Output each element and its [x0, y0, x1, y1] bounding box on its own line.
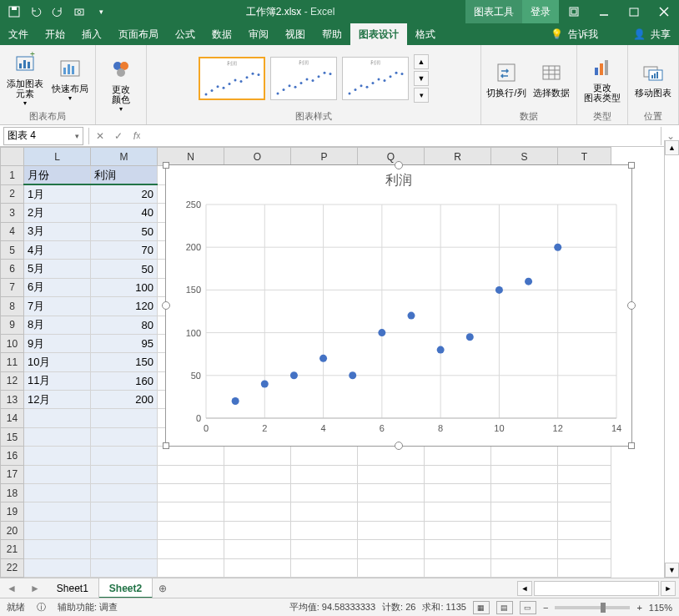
data-point[interactable]: [232, 397, 239, 405]
row-header[interactable]: 8: [1, 297, 24, 316]
cell[interactable]: 160: [91, 371, 158, 390]
sheet-tab[interactable]: Sheet1: [47, 578, 99, 598]
cancel-icon[interactable]: ✕: [91, 127, 109, 145]
add-chart-element-button[interactable]: + 添加图表 元素▾: [5, 50, 45, 108]
new-sheet-button[interactable]: ⊕: [153, 583, 173, 594]
cell[interactable]: [24, 484, 91, 502]
ribbon-tab-文件[interactable]: 文件: [0, 23, 37, 45]
row-header[interactable]: 6: [1, 260, 24, 278]
fx-icon[interactable]: fx: [128, 127, 146, 145]
chart-plot-area[interactable]: 05010015020025002468101214: [166, 196, 633, 443]
chart-title[interactable]: 利润: [166, 165, 631, 196]
cell[interactable]: [425, 484, 491, 502]
cell[interactable]: [91, 502, 158, 521]
cell[interactable]: [558, 540, 611, 558]
cell[interactable]: [158, 502, 224, 521]
cell[interactable]: [224, 521, 291, 539]
resize-handle[interactable]: [162, 301, 170, 310]
column-header[interactable]: M: [91, 148, 158, 166]
zoom-slider[interactable]: [555, 606, 630, 609]
resize-handle[interactable]: [628, 162, 635, 169]
styles-more-icon[interactable]: ▾: [414, 88, 429, 103]
cell[interactable]: 100: [91, 278, 158, 296]
row-header[interactable]: 12: [1, 371, 24, 390]
cell[interactable]: 7月: [24, 297, 91, 316]
camera-icon[interactable]: [70, 3, 88, 21]
ribbon-tab-数据[interactable]: 数据: [204, 23, 240, 45]
resize-handle[interactable]: [163, 442, 169, 449]
cell[interactable]: [91, 465, 158, 483]
styles-up-icon[interactable]: ▲: [414, 54, 429, 69]
cell[interactable]: 50: [91, 260, 158, 278]
cell[interactable]: 月份: [24, 166, 91, 184]
row-header[interactable]: 16: [1, 447, 24, 465]
minimize-icon[interactable]: [589, 0, 619, 23]
cell[interactable]: 70: [91, 240, 158, 259]
cell[interactable]: [291, 558, 358, 577]
column-header[interactable]: S: [491, 148, 558, 166]
tell-me-button[interactable]: 告诉我: [568, 28, 598, 42]
cell[interactable]: [24, 521, 91, 539]
cell[interactable]: 95: [91, 334, 158, 352]
cell[interactable]: 12月: [24, 391, 91, 409]
cell[interactable]: 50: [91, 222, 158, 240]
row-header[interactable]: 20: [1, 521, 24, 539]
cell[interactable]: 80: [91, 316, 158, 334]
ribbon-tab-公式[interactable]: 公式: [167, 23, 204, 45]
change-colors-button[interactable]: 更改 颜色▾: [101, 56, 141, 114]
maximize-icon[interactable]: [619, 0, 649, 23]
enter-icon[interactable]: ✓: [109, 127, 128, 145]
row-header[interactable]: 22: [1, 558, 24, 577]
cell[interactable]: [224, 502, 291, 521]
select-all-cell[interactable]: [1, 148, 24, 166]
qat-more-icon[interactable]: ▾: [92, 3, 110, 21]
cell[interactable]: [358, 502, 425, 521]
data-point[interactable]: [466, 333, 474, 341]
cell[interactable]: 10月: [24, 353, 91, 371]
cell[interactable]: [291, 521, 358, 539]
name-box[interactable]: 图表 4▾: [3, 127, 83, 145]
row-header[interactable]: 10: [1, 334, 24, 352]
row-header[interactable]: 18: [1, 484, 24, 502]
cell[interactable]: [358, 521, 425, 539]
cell[interactable]: [291, 484, 358, 502]
cell[interactable]: [491, 540, 558, 558]
chevron-down-icon[interactable]: ▾: [75, 132, 79, 140]
cell[interactable]: [491, 447, 558, 465]
row-header[interactable]: 21: [1, 540, 24, 558]
change-chart-type-button[interactable]: 更改 图表类型: [582, 54, 622, 103]
cell[interactable]: [291, 447, 358, 465]
normal-view-icon[interactable]: ▦: [473, 601, 490, 614]
zoom-in-icon[interactable]: +: [636, 603, 641, 613]
cell[interactable]: [358, 447, 425, 465]
cell[interactable]: [358, 540, 425, 558]
cell[interactable]: [24, 447, 91, 465]
row-header[interactable]: 19: [1, 502, 24, 521]
cell[interactable]: [224, 484, 291, 502]
cell[interactable]: 40: [91, 204, 158, 222]
cell[interactable]: [91, 409, 158, 427]
resize-handle[interactable]: [395, 161, 403, 169]
undo-icon[interactable]: [27, 3, 45, 21]
vertical-scrollbar[interactable]: ▲ ▼: [664, 140, 679, 578]
cell[interactable]: [491, 465, 558, 483]
sheet-nav-prev-icon[interactable]: ◄: [0, 583, 23, 594]
cell[interactable]: [24, 540, 91, 558]
cell[interactable]: [558, 484, 611, 502]
scroll-down-icon[interactable]: ▼: [665, 563, 679, 578]
cell[interactable]: [224, 558, 291, 577]
cell[interactable]: [558, 447, 611, 465]
cell[interactable]: 11月: [24, 371, 91, 390]
row-header[interactable]: 17: [1, 465, 24, 483]
cell[interactable]: [158, 484, 224, 502]
save-icon[interactable]: [5, 3, 23, 21]
column-header[interactable]: Q: [358, 148, 425, 166]
worksheet-grid[interactable]: LMNOPQRST1月份利润21月2032月4043月5054月7065月507…: [0, 147, 679, 578]
resize-handle[interactable]: [627, 301, 636, 310]
cell[interactable]: [425, 521, 491, 539]
cell[interactable]: [24, 558, 91, 577]
zoom-level[interactable]: 115%: [649, 603, 672, 613]
cell[interactable]: [491, 502, 558, 521]
cell[interactable]: [24, 427, 91, 446]
share-button[interactable]: 共享: [651, 28, 671, 42]
